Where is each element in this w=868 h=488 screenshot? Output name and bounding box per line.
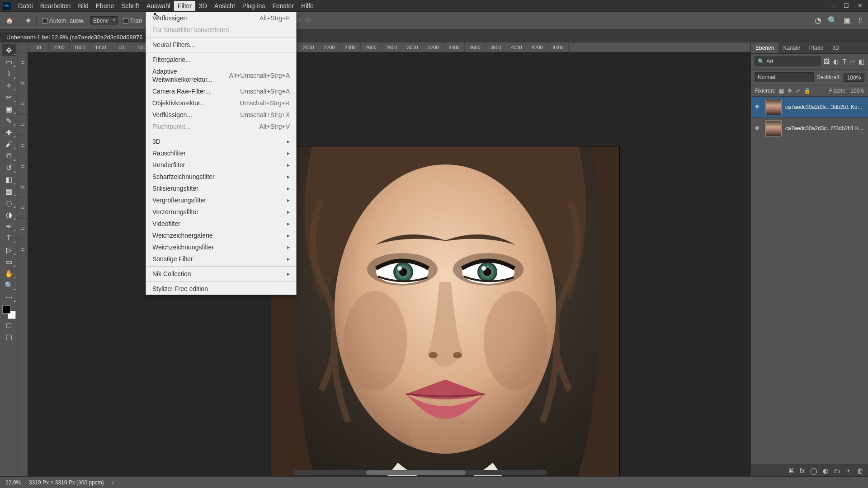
filter-item[interactable]: Scharfzeichnungsfilter [146,171,296,183]
pen-tool[interactable]: ✒ [2,221,16,232]
brush-tool[interactable]: 🖌 [2,138,16,150]
status-chevron-icon[interactable]: › [112,479,114,486]
menu-ebene[interactable]: Ebene [92,1,118,11]
panel-tab-3d[interactable]: 3D [828,42,844,53]
panel-tab-pfade[interactable]: Pfade [805,42,828,53]
more-tool[interactable]: ⋯ [2,291,16,303]
filter-item[interactable]: VerflüssigenAlt+Strg+F [146,12,296,24]
filter-item[interactable]: Verflüssigen...Umschalt+Strg+X [146,109,296,121]
filter-item[interactable]: Weichzeichnungsfilter [146,241,296,253]
show-transform-checkbox[interactable]: Tran [123,17,142,24]
eraser-tool[interactable]: ◧ [2,174,16,185]
eyedrop-tool[interactable]: ✎ [2,115,16,127]
frame-tool[interactable]: ▣ [2,103,16,115]
wand-tool[interactable]: ✧ [2,80,16,91]
fill-value[interactable]: 100% [850,88,864,94]
layer-thumbnail[interactable] [765,120,782,136]
doc-dimensions[interactable]: 3319 Px × 3319 Px (300 ppcm) [29,479,104,486]
canvas-area[interactable]: 0022001800140000400600800100012001400160… [18,42,750,476]
ruler-vertical[interactable]: 0000000000 [18,52,28,476]
hand-tool[interactable]: ✋ [2,267,16,279]
filter-item[interactable]: Sonstige Filter [146,253,296,265]
canvas-scrollbar-horizontal[interactable] [294,470,547,475]
share-icon[interactable]: ⇪ [857,16,863,25]
filter-smart-icon[interactable]: ◧ [859,58,864,65]
lock-artboard-icon[interactable]: ⤢ [796,88,800,94]
marquee-tool[interactable]: ▭ [2,56,16,68]
filter-shape-icon[interactable]: ▱ [850,58,855,65]
quickmask-icon[interactable]: ◻ [2,319,16,331]
account-icon[interactable]: ◔ [815,16,821,25]
minimize-button[interactable]: — [826,1,839,10]
menu-datei[interactable]: Datei [14,1,37,11]
home-icon[interactable]: 🏠 [5,16,14,26]
move-tool[interactable]: ✥ [2,44,16,56]
shape-tool[interactable]: ▭ [2,256,16,267]
link-layers-icon[interactable]: ⌘ [788,467,794,474]
layer-visibility-icon[interactable]: 👁 [755,125,762,131]
zoom-readout[interactable]: 22,9% [5,479,21,486]
layer-thumbnail[interactable] [765,99,782,115]
menu-schrift[interactable]: Schrift [118,1,143,11]
lock-pixels-icon[interactable]: ▦ [779,88,784,94]
document-tab[interactable]: Unbenannt-1 bei 22,9% (ca7aedc30a2d3c90d… [0,32,149,42]
layer-row[interactable]: 👁ca7aedc30a2d3c...3db2b1 Kopie 2 [751,97,868,118]
filter-item[interactable]: Camera Raw-Filter...Umschalt+Strg+A [146,85,296,97]
filter-type-icon[interactable]: T [842,58,846,65]
layer-name[interactable]: ca7aedc30a2d3c...f73db2b1 Kopie [785,125,864,131]
filter-item[interactable]: Nik Collection [146,268,296,280]
filter-item[interactable]: Adaptive Weitwinkelkorrektur...Alt+Umsch… [146,66,296,85]
screenmode-icon[interactable]: ▢ [2,331,16,343]
layer-fx-icon[interactable]: fx [800,467,805,474]
filter-item[interactable]: Stilisierungsfilter [146,183,296,194]
lock-all-icon[interactable]: 🔒 [804,88,811,94]
lasso-tool[interactable]: ⌇ [2,68,16,80]
auto-select-checkbox[interactable]: Autom. ausw. [42,17,85,24]
layer-visibility-icon[interactable]: 👁 [755,104,762,110]
color-swatches[interactable] [2,305,16,319]
menu-hilfe[interactable]: Hilfe [297,1,317,11]
menu-3d[interactable]: 3D [195,1,211,11]
blur-tool[interactable]: ◌ [2,197,16,209]
gradient-tool[interactable]: ▤ [2,185,16,197]
filter-item[interactable]: Neural Filters... [146,39,296,51]
close-button[interactable]: ✕ [854,1,866,10]
filter-adjust-icon[interactable]: ◐ [833,58,839,65]
menu-bild[interactable]: Bild [74,1,92,11]
type-tool[interactable]: T [2,232,16,244]
menu-filter[interactable]: Filter [174,1,195,11]
filter-item[interactable]: Videofilter [146,218,296,230]
heal-tool[interactable]: ✚ [2,127,16,138]
layer-name[interactable]: ca7aedc30a2d3c...3db2b1 Kopie 2 [785,104,864,110]
lock-position-icon[interactable]: ✜ [788,88,792,94]
panel-tab-kanäle[interactable]: Kanäle [778,42,804,53]
menu-fenster[interactable]: Fenster [269,1,297,11]
filter-item[interactable]: 3D [146,136,296,147]
new-group-icon[interactable]: 🗀 [834,467,840,474]
ruler-horizontal[interactable]: 0022001800140000400600800100012001400160… [28,42,750,52]
foreground-color[interactable] [2,305,10,314]
menu-plug-ins[interactable]: Plug-ins [239,1,269,11]
crop-tool[interactable]: ✂ [2,91,16,103]
layer-filter-field[interactable]: 🔍 Art [755,56,821,66]
filter-item[interactable]: Stylize! Free edition [146,283,296,295]
layer-mask-icon[interactable]: ◯ [810,467,817,474]
artboard[interactable] [271,146,619,476]
menu-bearbeiten[interactable]: Bearbeiten [37,1,75,11]
move-tool-icon[interactable]: ✥ [26,17,31,24]
dodge-tool[interactable]: ◑ [2,209,16,221]
path-tool[interactable]: ▷ [2,244,16,256]
panel-tab-ebenen[interactable]: Ebenen [751,42,778,53]
filter-item[interactable]: Objektivkorrektur...Umschalt+Strg+R [146,97,296,109]
new-layer-icon[interactable]: ＋ [845,467,852,475]
zoom-tool[interactable]: 🔍 [2,279,16,291]
auto-select-target[interactable]: Ebene [90,16,118,25]
filter-item[interactable]: Rauschfilter [146,147,296,159]
delete-layer-icon[interactable]: 🗑 [857,467,863,474]
layer-row[interactable]: 👁ca7aedc30a2d3c...f73db2b1 Kopie [751,118,868,139]
search-icon[interactable]: 🔍 [828,16,837,25]
filter-item[interactable]: Weichzeichnergalerie [146,230,296,241]
maximize-button[interactable]: ☐ [840,1,853,10]
filter-image-icon[interactable]: 🖼 [823,58,830,65]
menu-ansicht[interactable]: Ansicht [211,1,239,11]
